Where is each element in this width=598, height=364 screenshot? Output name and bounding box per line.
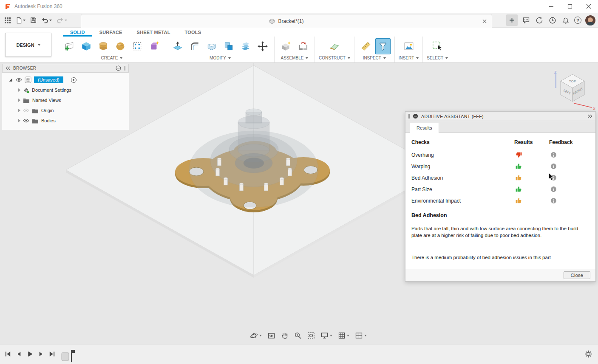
go-to-start-button[interactable] bbox=[4, 349, 11, 359]
viewcube-face-top[interactable]: TOP bbox=[569, 79, 576, 83]
step-back-button[interactable] bbox=[15, 349, 23, 359]
detail-body: Parts that are tall, thin and with low s… bbox=[411, 225, 589, 239]
new-tab-button[interactable] bbox=[506, 14, 518, 26]
collapse-panel-icon[interactable] bbox=[6, 66, 10, 70]
collapse-tree-icon[interactable] bbox=[116, 65, 121, 71]
tree-row-root[interactable]: (Unsaved) bbox=[2, 75, 129, 85]
tree-row-named-views[interactable]: Named Views bbox=[2, 95, 129, 105]
check-label: Overhang bbox=[411, 152, 514, 158]
group-insert-dropdown[interactable]: INSERT bbox=[399, 56, 419, 60]
expand-right-icon[interactable] bbox=[587, 114, 592, 118]
fit-button[interactable] bbox=[306, 331, 316, 340]
tab-tools[interactable]: TOOLS bbox=[178, 28, 209, 37]
expander-icon[interactable] bbox=[18, 88, 20, 92]
joint-icon[interactable] bbox=[295, 38, 311, 54]
play-button[interactable] bbox=[26, 349, 34, 359]
visibility-eye-icon[interactable] bbox=[16, 78, 22, 82]
zoom-button[interactable] bbox=[293, 331, 303, 340]
maximize-button[interactable] bbox=[561, 0, 579, 13]
box-primitive-icon[interactable] bbox=[79, 38, 94, 54]
feedback-info-icon[interactable] bbox=[551, 164, 556, 169]
assistant-header[interactable]: ADDITIVE ASSISTANT (FFF) bbox=[405, 112, 595, 121]
pattern-icon[interactable] bbox=[130, 38, 145, 54]
sphere-primitive-icon[interactable] bbox=[113, 38, 128, 54]
job-status-icon[interactable] bbox=[535, 16, 544, 25]
new-component-icon[interactable] bbox=[278, 38, 294, 54]
construction-plane-icon[interactable] bbox=[327, 38, 342, 54]
mouse-cursor bbox=[548, 173, 554, 181]
results-table-header: Checks Results Feedback bbox=[411, 138, 589, 147]
activate-component-radio[interactable] bbox=[71, 77, 77, 83]
check-label: Bed Adhesion bbox=[411, 175, 514, 181]
root-expander-icon[interactable] bbox=[9, 78, 12, 81]
user-avatar[interactable] bbox=[585, 15, 595, 25]
timeline-bar bbox=[0, 344, 598, 364]
tree-row-origin[interactable]: Origin bbox=[2, 105, 129, 116]
viewcube[interactable]: Z X TOP LEFT FRONT bbox=[549, 69, 597, 113]
create-sketch-icon[interactable] bbox=[62, 38, 77, 54]
expander-icon[interactable] bbox=[18, 99, 20, 102]
notifications-bell-icon[interactable] bbox=[561, 16, 570, 25]
group-construct-dropdown[interactable]: CONSTRUCT bbox=[319, 56, 350, 60]
feedback-info-icon[interactable] bbox=[551, 198, 556, 203]
tab-results[interactable]: Results bbox=[410, 123, 439, 133]
go-to-end-button[interactable] bbox=[48, 349, 56, 359]
tab-surface[interactable]: SURFACE bbox=[92, 28, 130, 37]
tree-row-bodies[interactable]: Bodies bbox=[2, 116, 129, 126]
pan-button[interactable] bbox=[280, 331, 289, 340]
group-create-dropdown[interactable]: CREATE bbox=[101, 56, 123, 60]
save-button[interactable] bbox=[28, 16, 38, 25]
feedback-info-icon[interactable] bbox=[551, 186, 556, 192]
tab-solid[interactable]: SOLID bbox=[63, 28, 92, 37]
fillet-icon[interactable] bbox=[187, 38, 202, 54]
expander-icon[interactable] bbox=[18, 119, 20, 122]
create-form-icon[interactable] bbox=[147, 38, 162, 54]
cylinder-primitive-icon[interactable] bbox=[96, 38, 111, 54]
viewports-button[interactable] bbox=[354, 331, 368, 340]
file-menu-button[interactable] bbox=[14, 16, 27, 25]
undo-button[interactable] bbox=[40, 16, 54, 25]
measure-icon[interactable] bbox=[358, 38, 374, 54]
minimize-button[interactable] bbox=[542, 0, 561, 13]
press-pull-icon[interactable] bbox=[170, 38, 185, 54]
step-forward-button[interactable] bbox=[37, 349, 45, 359]
look-at-button[interactable] bbox=[266, 331, 276, 341]
close-document-icon[interactable] bbox=[482, 18, 487, 24]
app-grid-menu-icon[interactable] bbox=[3, 16, 13, 25]
close-window-button[interactable] bbox=[579, 0, 598, 13]
panel-drag-grip[interactable] bbox=[124, 66, 125, 71]
orbit-button[interactable] bbox=[249, 331, 263, 341]
document-root-label[interactable]: (Unsaved) bbox=[34, 76, 63, 83]
document-tab[interactable]: Bracket*(1) bbox=[81, 14, 492, 28]
expander-icon[interactable] bbox=[18, 109, 20, 112]
timeline-settings-gear-icon[interactable] bbox=[584, 350, 592, 358]
recent-activity-icon[interactable] bbox=[548, 16, 557, 25]
titlebar: Autodesk Fusion 360 bbox=[0, 0, 598, 13]
workspace-switcher[interactable]: DESIGN bbox=[5, 33, 51, 57]
collapse-panel-icon[interactable] bbox=[413, 113, 418, 119]
tab-sheet-metal[interactable]: SHEET METAL bbox=[130, 28, 178, 37]
move-copy-icon[interactable] bbox=[255, 38, 270, 54]
shell-icon[interactable] bbox=[204, 38, 219, 54]
redo-button[interactable] bbox=[55, 16, 69, 25]
group-modify-dropdown[interactable]: MODIFY bbox=[210, 56, 231, 60]
group-select-dropdown[interactable]: SELECT bbox=[427, 56, 448, 60]
close-button[interactable]: Close bbox=[564, 271, 590, 279]
group-inspect-dropdown[interactable]: INSPECT bbox=[363, 56, 386, 60]
combine-icon[interactable] bbox=[221, 38, 236, 54]
panel-drag-grip[interactable] bbox=[408, 114, 410, 119]
select-icon[interactable] bbox=[430, 38, 445, 54]
feedback-info-icon[interactable] bbox=[551, 152, 556, 158]
visibility-eye-off-icon[interactable] bbox=[23, 108, 29, 113]
display-settings-button[interactable] bbox=[320, 331, 333, 340]
tree-row-document-settings[interactable]: Document Settings bbox=[2, 85, 129, 95]
group-assemble-dropdown[interactable]: ASSEMBLE bbox=[281, 56, 309, 60]
grid-settings-button[interactable] bbox=[337, 331, 350, 340]
additive-assistant-icon[interactable] bbox=[375, 38, 391, 54]
timeline-position-marker[interactable] bbox=[61, 348, 76, 364]
help-icon[interactable]: ? bbox=[574, 17, 581, 24]
comments-icon[interactable] bbox=[521, 16, 531, 25]
insert-image-icon[interactable] bbox=[401, 38, 417, 54]
visibility-eye-icon[interactable] bbox=[23, 119, 29, 123]
offset-face-icon[interactable] bbox=[238, 38, 253, 54]
